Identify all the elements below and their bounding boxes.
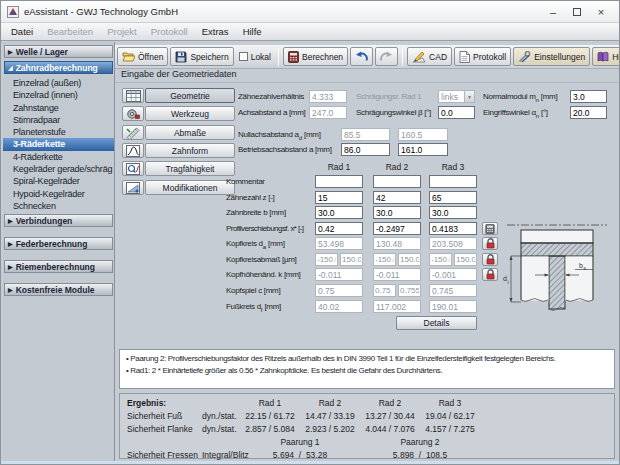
protocol-button[interactable]: Protokoll [454, 47, 511, 66]
sidebar-header-welle-lager[interactable]: ▶ Welle / Lager [4, 45, 113, 58]
eingriffswinkel-field[interactable] [570, 106, 607, 119]
kopfkreis-rad1-field [315, 237, 363, 250]
sidebar-item-4-raederkette[interactable]: 4-Räderkette [3, 151, 114, 163]
floppy-disk-icon [175, 51, 187, 63]
profilverschiebung-calculator-button[interactable] [482, 222, 498, 235]
sicherheit-flanke-sublabel: dyn./stat. [202, 423, 237, 436]
ruler-icon [126, 127, 140, 139]
sidebar-item-spiral-kegelraeder[interactable]: Spiral-Kegelräder [3, 175, 114, 187]
profilverschiebung-rad2-field[interactable] [373, 222, 421, 235]
betriebsachsabstand-field-2[interactable] [398, 143, 448, 156]
close-button[interactable]: × [589, 3, 613, 20]
kopfkreisabmass-rad2-max-field [398, 253, 421, 266]
sidebar-item-einzelrad-innen[interactable]: Einzelrad (innen) [3, 89, 114, 101]
zahnbreite-rad1-field[interactable] [315, 206, 363, 219]
nav-zahnform-button[interactable]: Zahnform [145, 143, 235, 158]
nav-abmasse-button[interactable]: Abmaße [145, 125, 235, 140]
kopfkreis-lock-button[interactable] [482, 237, 498, 250]
nav-werkzeug-button[interactable]: Werkzeug [145, 106, 235, 121]
results-col-header-3: Rad 2 [360, 397, 420, 410]
kommentar-rad3-field[interactable] [429, 175, 477, 188]
nav-modifikationen-button[interactable]: Modifikationen [145, 180, 235, 195]
zaehnezahlverhaeltnis-field [309, 90, 347, 103]
eingriffswinkel-label: Eingriffswinkel αn [°] [483, 106, 548, 119]
fusskreis-rad1-field [315, 300, 363, 313]
loadcapacity-icon-button[interactable] [122, 161, 144, 176]
sidebar-item-hypoid-kegelraeder[interactable]: Hypoid-Kegelräder [3, 188, 114, 200]
lock-icon [485, 238, 496, 249]
sidebar-item-planetenstufe[interactable]: Planetenstufe [3, 126, 114, 138]
schraegungswinkel-field[interactable] [438, 106, 475, 119]
tolerances-icon-button[interactable] [122, 125, 144, 140]
betriebsachsabstand-field-1[interactable] [341, 143, 390, 156]
tool-icon-button[interactable] [122, 106, 144, 121]
schraegungsrichtung-label: Schrägungsr. Rad 1 [356, 90, 421, 103]
nullachsabstand-label: Nullachsabstand ad [mm] [238, 128, 321, 141]
kopfspiel-label: Kopfspiel c [mm] [226, 284, 280, 297]
sidebar-header-zahnradberechnung[interactable]: ◢ Zahnradberechnung [4, 61, 113, 74]
sidebar-header-kostenfreie-module[interactable]: ▶ Kostenfreie Module [4, 283, 113, 296]
sidebar-item-stirnradpaar[interactable]: Stirnradpaar [3, 114, 114, 126]
zahnbreite-rad2-field[interactable] [373, 206, 421, 219]
zaehnezahl-rad1-field[interactable] [315, 191, 363, 204]
normalmodul-field[interactable] [570, 90, 607, 103]
profilverschiebung-rad1-field[interactable] [315, 222, 363, 235]
nullachsabstand-field-2 [398, 128, 448, 141]
sidebar-item-einzelrad-aussen[interactable]: Einzelrad (außen) [3, 77, 114, 89]
sidebar-item-zahnstange[interactable]: Zahnstange [3, 102, 114, 114]
modifications-icon-button[interactable] [122, 180, 144, 195]
kopfkreisabmass-rad2-min-field [373, 253, 396, 266]
kommentar-rad1-field[interactable] [315, 175, 363, 188]
tools-icon [518, 51, 531, 63]
sidebar-item-kegelraeder[interactable]: Kegelräder gerade/schräg [3, 163, 114, 175]
window-title: eAssistant - GWJ Technology GmbH [24, 6, 536, 17]
chevron-right-icon: ▶ [8, 287, 13, 293]
menu-extras[interactable]: Extras [195, 24, 236, 39]
bs-dimension-label: b [579, 262, 583, 269]
nav-tragfaehigkeit-button[interactable]: Tragfähigkeit [145, 161, 235, 176]
geometry-icon-button[interactable] [122, 88, 144, 103]
toothform-icon-button[interactable] [122, 143, 144, 158]
load-capacity-icon [126, 163, 140, 175]
sidebar-header-riemenberechnung[interactable]: ▶ Riemenberechnung [4, 260, 113, 273]
zahnbreite-rad3-field[interactable] [429, 206, 477, 219]
col-header-rad2: Rad 2 [373, 162, 421, 174]
calculate-button[interactable]: Berechnen [283, 47, 348, 66]
sidebar-item-schnecken[interactable]: Schnecken [3, 200, 114, 212]
settings-button[interactable]: Einstellungen [513, 47, 590, 66]
open-button[interactable]: Öffnen [117, 47, 168, 66]
undo-button[interactable] [350, 47, 373, 66]
sicherheit-fuss-label: Sicherheit Fuß [127, 410, 182, 423]
chevron-right-icon: ▶ [8, 49, 13, 55]
minimize-button[interactable]: – [541, 3, 565, 20]
save-button[interactable]: Speichern [170, 47, 233, 66]
nav-geometrie-button[interactable]: Geometrie [145, 88, 235, 103]
maximize-button[interactable] [565, 3, 589, 20]
help-button[interactable]: Hilfe [592, 47, 620, 66]
kopfkreis-rad2-field [373, 237, 421, 250]
checkbox-icon [239, 52, 248, 61]
protocol-label: Protokoll [473, 52, 506, 62]
flanke-value-rad1: 2.857 / 5.084 [240, 423, 300, 436]
kommentar-rad2-field[interactable] [373, 175, 421, 188]
zaehnezahl-rad3-field[interactable] [429, 191, 477, 204]
kopfhoehenaenderung-lock-button[interactable] [482, 268, 498, 281]
nullachsabstand-field-1 [341, 128, 390, 141]
gear-icon [126, 108, 140, 120]
details-button[interactable]: Details [396, 316, 477, 330]
profilverschiebung-rad3-field[interactable] [429, 222, 477, 235]
local-checkbox[interactable]: Lokal [236, 52, 274, 62]
document-icon [459, 51, 470, 63]
sidebar-header-federberechnung[interactable]: ▶ Federberechnung [4, 237, 113, 250]
kopfkreisabmass-lock-button[interactable] [482, 253, 498, 266]
kopfkreis-rad3-field [429, 237, 477, 250]
chevron-right-icon: ▶ [8, 218, 13, 224]
sidebar-item-3-raederkette[interactable]: 3-Räderkette [3, 138, 114, 150]
zaehnezahl-rad2-field[interactable] [373, 191, 421, 204]
sidebar-header-label: Verbindungen [16, 216, 73, 226]
cad-button[interactable]: CAD [407, 47, 452, 66]
window-bottom-frame [1, 461, 619, 464]
sidebar-header-verbindungen[interactable]: ▶ Verbindungen [4, 214, 113, 227]
menu-datei[interactable]: Datei [4, 24, 40, 39]
menu-hilfe[interactable]: Hilfe [236, 24, 269, 39]
